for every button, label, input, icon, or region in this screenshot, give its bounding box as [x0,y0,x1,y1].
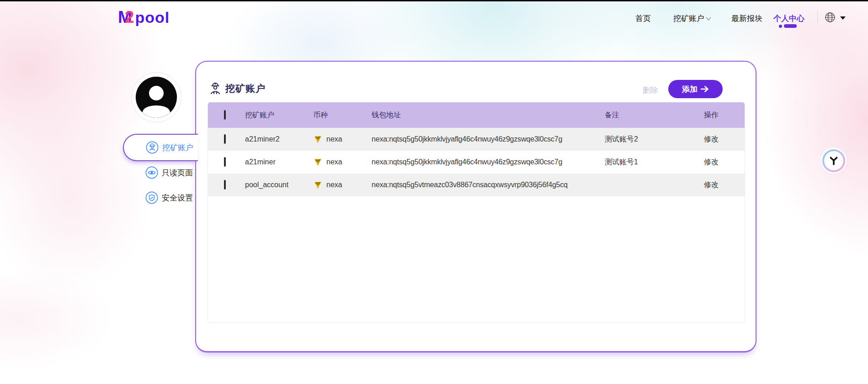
add-button-label: 添加 [682,84,698,95]
cell-coin: nexa [326,181,342,189]
cell-wallet-address: nexa:nqtsq5g50jkkmklvjyaflg46c4nwuy46z9g… [372,135,605,143]
delete-button[interactable]: 删除 [643,85,658,95]
language-caret-icon[interactable] [840,16,846,20]
edit-link[interactable]: 修改 [704,135,746,144]
floating-support-widget[interactable] [822,149,845,172]
cell-wallet-address: nexa:nqtsq5g5vtmeazc03v8867cnsacqxwsyvrp… [372,181,605,189]
sidebar-item-label: 挖矿账户 [162,142,193,153]
logo-part-two: 2 [125,8,134,27]
arrow-right-icon [701,86,709,92]
shield-check-icon [145,191,158,204]
page-background: M 2 pool 首页 挖矿账户 最新报块 个人中心 [0,0,868,384]
nav-mining-account[interactable]: 挖矿账户 [673,13,704,24]
col-header-account: 挖矿账户 [245,110,313,120]
nexa-coin-icon [313,158,322,167]
globe-language-icon[interactable] [825,12,836,23]
sidebar-item-readonly-page[interactable]: 只读页面 [145,166,193,179]
edit-link[interactable]: 修改 [704,158,746,167]
tri-y-logo-icon [828,155,839,166]
miner-title-icon [209,82,222,95]
chevron-down-icon[interactable] [705,16,712,21]
cell-wallet-address: nexa:nqtsq5g50jkkmklvjyaflg46c4nwuy46z9g… [372,158,605,166]
table-row: a21miner2 nexa nexa:nqtsq5g50jkkmklvjyaf… [208,128,745,151]
cell-coin: nexa [326,158,342,166]
col-header-remark: 备注 [605,110,704,120]
nav-personal-center[interactable]: 个人中心 [773,13,804,24]
col-header-address: 钱包地址 [372,110,605,120]
active-nav-indicator [779,24,798,28]
panel-title: 挖矿账户 [209,82,266,95]
header-divider [817,11,818,23]
window-top-edge [0,0,868,1]
add-button[interactable]: 添加 [668,80,723,98]
sidebar-item-label: 安全设置 [162,193,193,203]
mining-accounts-table: 挖矿账户 币种 钱包地址 备注 操作 a21miner2 [208,102,745,323]
eye-icon [145,166,158,179]
row-checkbox[interactable] [224,157,226,167]
nexa-coin-icon [313,180,322,189]
nav-home[interactable]: 首页 [635,13,651,24]
cell-coin: nexa [326,135,342,143]
m2pool-logo[interactable]: M 2 pool [118,7,170,27]
logo-part-pool: pool [135,9,170,26]
table-header-row: 挖矿账户 币种 钱包地址 备注 操作 [208,102,745,128]
sidebar-item-label: 只读页面 [162,168,193,178]
cell-remark: 测试账号1 [605,158,704,167]
mining-account-panel: 挖矿账户 删除 添加 挖矿账户 币种 钱包地址 备注 操作 a21miner2 [195,61,756,352]
sidebar-item-mining-account[interactable]: 挖矿账户 [123,134,198,161]
miner-icon [146,141,159,154]
col-header-action: 操作 [704,110,746,120]
row-checkbox[interactable] [224,180,226,189]
cell-remark: 测试账号2 [605,135,704,144]
sidebar-item-security-settings[interactable]: 安全设置 [145,191,193,204]
avatar-image [136,77,177,118]
cell-account: a21miner [245,158,313,166]
user-avatar[interactable] [131,72,181,122]
col-header-coin: 币种 [313,110,372,120]
select-all-checkbox[interactable] [224,110,226,120]
cell-account: pool_account [245,181,313,189]
cell-account: a21miner2 [245,135,313,143]
nav-latest-blocks[interactable]: 最新报块 [731,13,762,24]
panel-title-text: 挖矿账户 [225,82,266,95]
nexa-coin-icon [313,135,322,144]
table-row: a21miner nexa nexa:nqtsq5g50jkkmklvjyafl… [208,151,745,174]
edit-link[interactable]: 修改 [704,180,746,190]
table-row: pool_account nexa nexa:nqtsq5g5vtmeazc03… [208,174,745,196]
row-checkbox[interactable] [224,134,226,144]
